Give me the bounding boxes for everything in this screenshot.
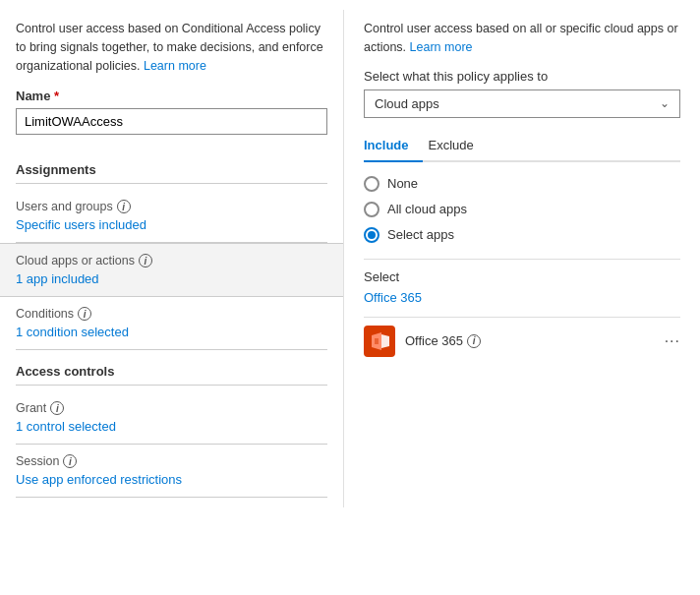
grant-info-icon[interactable]: i bbox=[50, 401, 64, 415]
radio-all-circle bbox=[364, 202, 379, 217]
users-groups-link[interactable]: Specific users included bbox=[16, 217, 146, 232]
radio-select-circle bbox=[364, 227, 379, 243]
tab-include[interactable]: Include bbox=[364, 132, 423, 162]
left-intro-text: Control user access based on Conditional… bbox=[16, 20, 327, 75]
office365-select-link[interactable]: Office 365 bbox=[364, 290, 680, 305]
select-label: Select bbox=[364, 269, 680, 284]
chevron-down-icon: ⌄ bbox=[660, 96, 670, 110]
session-title: Session bbox=[16, 454, 59, 468]
grant-title: Grant bbox=[16, 401, 46, 415]
grant-link[interactable]: 1 control selected bbox=[16, 419, 116, 434]
grant-section: Grant i 1 control selected bbox=[16, 391, 327, 445]
session-link[interactable]: Use app enforced restrictions bbox=[16, 472, 182, 487]
applies-label: Select what this policy applies to bbox=[364, 69, 680, 84]
radio-none[interactable]: None bbox=[364, 176, 680, 192]
divider bbox=[364, 259, 680, 260]
office365-app-name: Office 365 i bbox=[405, 333, 665, 348]
name-field-label: Name * bbox=[16, 89, 327, 103]
office365-info-icon[interactable]: i bbox=[467, 334, 481, 348]
cloud-apps-title: Cloud apps or actions bbox=[16, 254, 135, 268]
right-learn-more-link[interactable]: Learn more bbox=[410, 40, 473, 54]
tab-exclude[interactable]: Exclude bbox=[429, 132, 488, 162]
radio-group: None All cloud apps Select apps bbox=[364, 176, 680, 243]
access-controls-header: Access controls bbox=[16, 364, 327, 386]
conditions-title: Conditions bbox=[16, 307, 74, 321]
users-groups-title: Users and groups bbox=[16, 200, 113, 213]
cloud-apps-info-icon[interactable]: i bbox=[139, 254, 152, 268]
radio-none-label: None bbox=[387, 176, 418, 191]
office365-app-item: Office 365 i ··· bbox=[364, 317, 680, 365]
radio-select-label: Select apps bbox=[387, 227, 454, 242]
radio-none-circle bbox=[364, 176, 379, 192]
name-required-indicator: * bbox=[54, 89, 59, 103]
conditions-section: Conditions i 1 condition selected bbox=[16, 297, 327, 350]
right-intro-text: Control user access based on all or spec… bbox=[364, 20, 680, 57]
applies-to-dropdown[interactable]: Cloud apps ⌄ bbox=[364, 89, 680, 118]
include-exclude-tabs: Include Exclude bbox=[364, 132, 680, 162]
assignments-header: Assignments bbox=[16, 162, 327, 184]
left-panel: Control user access based on Conditional… bbox=[0, 10, 344, 507]
users-groups-info-icon[interactable]: i bbox=[117, 200, 131, 213]
right-panel: Control user access based on all or spec… bbox=[344, 10, 700, 507]
radio-all-cloud-apps[interactable]: All cloud apps bbox=[364, 202, 680, 217]
session-info-icon[interactable]: i bbox=[63, 454, 77, 468]
cloud-apps-section: Cloud apps or actions i 1 app included bbox=[0, 243, 343, 297]
conditions-info-icon[interactable]: i bbox=[78, 307, 91, 321]
office365-ellipsis-button[interactable]: ··· bbox=[665, 332, 680, 350]
office365-icon bbox=[364, 326, 395, 357]
dropdown-value: Cloud apps bbox=[375, 96, 439, 111]
radio-all-label: All cloud apps bbox=[387, 202, 467, 216]
cloud-apps-link[interactable]: 1 app included bbox=[16, 271, 99, 286]
left-learn-more-link[interactable]: Learn more bbox=[144, 59, 206, 73]
policy-name-input[interactable] bbox=[16, 108, 327, 135]
radio-select-dot bbox=[368, 231, 376, 239]
users-groups-section: Users and groups i Specific users includ… bbox=[16, 190, 327, 243]
radio-select-apps[interactable]: Select apps bbox=[364, 227, 680, 243]
conditions-link[interactable]: 1 condition selected bbox=[16, 325, 129, 339]
session-section: Session i Use app enforced restrictions bbox=[16, 445, 327, 498]
